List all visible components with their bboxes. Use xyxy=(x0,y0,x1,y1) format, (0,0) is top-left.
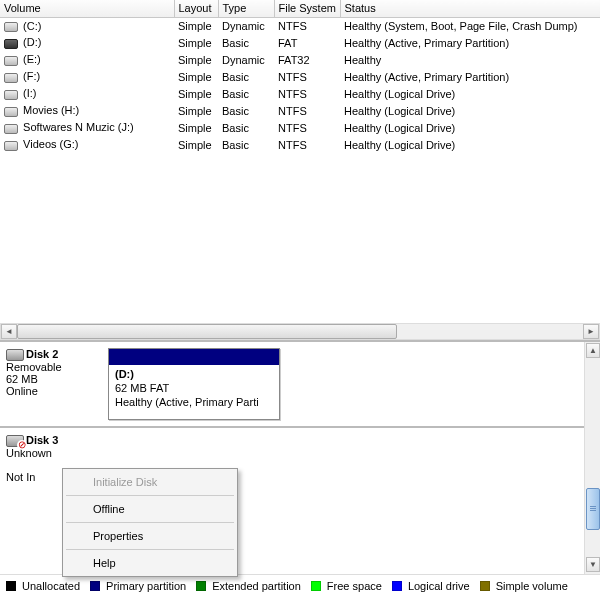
volume-fs: FAT xyxy=(274,34,340,51)
drive-icon xyxy=(4,141,18,151)
volume-fs: NTFS xyxy=(274,17,340,34)
drive-icon xyxy=(4,90,18,100)
legend-unallocated: Unallocated xyxy=(22,580,80,592)
volume-fs: NTFS xyxy=(274,119,340,136)
legend-primary: Primary partition xyxy=(106,580,186,592)
volume-name: Movies (H:) xyxy=(23,104,79,116)
vertical-scrollbar[interactable]: ▲ ▼ xyxy=(584,342,600,574)
volume-fs: NTFS xyxy=(274,102,340,119)
volume-table: Volume Layout Type File System Status Ca… xyxy=(0,0,600,153)
swatch-primary xyxy=(90,581,100,591)
swatch-unallocated xyxy=(6,581,16,591)
table-row[interactable]: (I:)SimpleBasicNTFSHealthy (Logical Driv… xyxy=(0,85,600,102)
swatch-simple xyxy=(480,581,490,591)
volume-fs: NTFS xyxy=(274,136,340,153)
menu-separator xyxy=(66,495,234,496)
volume-status: Healthy (Active, Primary Partition) xyxy=(340,68,600,85)
volume-layout: Simple xyxy=(174,51,218,68)
disk2-volume-area: (D:) 62 MB FAT Healthy (Active, Primary … xyxy=(100,342,288,426)
volume-name: (C:) xyxy=(23,20,41,32)
legend-extended: Extended partition xyxy=(212,580,301,592)
volume-name: (D:) xyxy=(23,36,41,48)
drive-icon xyxy=(4,73,18,83)
disk2-vol-status: Healthy (Active, Primary Parti xyxy=(115,396,259,408)
volume-layout: Simple xyxy=(174,102,218,119)
legend-logical: Logical drive xyxy=(408,580,470,592)
volume-type: Dynamic xyxy=(218,17,274,34)
scroll-down-arrow-icon[interactable]: ▼ xyxy=(586,557,600,572)
scroll-up-arrow-icon[interactable]: ▲ xyxy=(586,343,600,358)
scroll-thumb[interactable] xyxy=(17,324,397,339)
table-row[interactable]: Movies (H:)SimpleBasicNTFSHealthy (Logic… xyxy=(0,102,600,119)
table-row[interactable]: Softwares N Muzic (J:)SimpleBasicNTFSHea… xyxy=(0,119,600,136)
volume-type: Basic xyxy=(218,102,274,119)
disk2-label: Disk 2 Removable 62 MB Online xyxy=(0,342,100,426)
legend-free: Free space xyxy=(327,580,382,592)
menu-initialize-disk: Initialize Disk xyxy=(65,471,235,493)
volume-layout: Simple xyxy=(174,34,218,51)
volume-layout: Simple xyxy=(174,85,218,102)
disk2-size: 62 MB xyxy=(6,373,38,385)
volume-name: (F:) xyxy=(23,70,40,82)
volume-status: Healthy (Logical Drive) xyxy=(340,136,600,153)
vscroll-thumb[interactable] xyxy=(586,488,600,530)
volume-layout: Simple xyxy=(174,17,218,34)
scroll-track[interactable] xyxy=(17,324,583,339)
table-row[interactable]: (D:)SimpleBasicFATHealthy (Active, Prima… xyxy=(0,34,600,51)
drive-icon xyxy=(4,56,18,66)
disk2-vol-label: (D:) xyxy=(115,368,134,380)
disk2-state: Online xyxy=(6,385,38,397)
unknown-disk-error-icon xyxy=(6,435,24,447)
col-volume[interactable]: Volume xyxy=(0,0,174,17)
volume-status: Healthy (Logical Drive) xyxy=(340,119,600,136)
disk-context-menu: Initialize Disk Offline Properties Help xyxy=(62,468,238,577)
table-row[interactable]: Videos (G:)SimpleBasicNTFSHealthy (Logic… xyxy=(0,136,600,153)
volume-fs: NTFS xyxy=(274,68,340,85)
volume-name: Softwares N Muzic (J:) xyxy=(23,121,134,133)
volume-status: Healthy (Logical Drive) xyxy=(340,85,600,102)
drive-icon xyxy=(4,22,18,32)
menu-help[interactable]: Help xyxy=(65,552,235,574)
volume-layout: Simple xyxy=(174,119,218,136)
volume-type: Basic xyxy=(218,136,274,153)
scroll-right-arrow-icon[interactable]: ► xyxy=(583,324,599,339)
volume-status: Healthy (Active, Primary Partition) xyxy=(340,34,600,51)
col-filesystem[interactable]: File System xyxy=(274,0,340,17)
column-headers[interactable]: Volume Layout Type File System Status Ca xyxy=(0,0,600,17)
drive-icon xyxy=(4,124,18,134)
disk2-vol-size: 62 MB FAT xyxy=(115,382,169,394)
volume-type: Basic xyxy=(218,85,274,102)
disk-row-disk2[interactable]: Disk 2 Removable 62 MB Online (D:) 62 MB… xyxy=(0,342,600,428)
menu-properties[interactable]: Properties xyxy=(65,525,235,547)
table-row[interactable]: (E:)SimpleDynamicFAT32Healthy18 xyxy=(0,51,600,68)
menu-separator xyxy=(66,549,234,550)
menu-offline[interactable]: Offline xyxy=(65,498,235,520)
table-row[interactable]: (F:)SimpleBasicNTFSHealthy (Active, Prim… xyxy=(0,68,600,85)
volume-status: Healthy (Logical Drive) xyxy=(340,102,600,119)
disk3-title: Disk 3 xyxy=(26,434,58,446)
horizontal-scrollbar[interactable]: ◄ ► xyxy=(0,323,600,340)
table-row[interactable]: (C:)SimpleDynamicNTFSHealthy (System, Bo… xyxy=(0,17,600,34)
removable-disk-icon xyxy=(6,349,24,361)
legend-bar: Unallocated Primary partition Extended p… xyxy=(0,574,600,596)
volume-type: Basic xyxy=(218,119,274,136)
swatch-extended xyxy=(196,581,206,591)
disk2-title: Disk 2 xyxy=(26,348,58,360)
disk2-kind: Removable xyxy=(6,361,62,373)
scroll-left-arrow-icon[interactable]: ◄ xyxy=(1,324,17,339)
volume-status: Healthy (System, Boot, Page File, Crash … xyxy=(340,17,600,34)
disk2-volume-d[interactable]: (D:) 62 MB FAT Healthy (Active, Primary … xyxy=(108,348,280,420)
col-type[interactable]: Type xyxy=(218,0,274,17)
volume-fs: FAT32 xyxy=(274,51,340,68)
menu-separator xyxy=(66,522,234,523)
drive-icon xyxy=(4,39,18,49)
swatch-logical xyxy=(392,581,402,591)
disk3-state: Not In xyxy=(6,471,35,483)
volume-type: Basic xyxy=(218,68,274,85)
col-layout[interactable]: Layout xyxy=(174,0,218,17)
volume-selection-bar xyxy=(109,349,279,365)
volume-layout: Simple xyxy=(174,136,218,153)
legend-simple: Simple volume xyxy=(496,580,568,592)
volume-name: (E:) xyxy=(23,53,41,65)
col-status[interactable]: Status xyxy=(340,0,600,17)
